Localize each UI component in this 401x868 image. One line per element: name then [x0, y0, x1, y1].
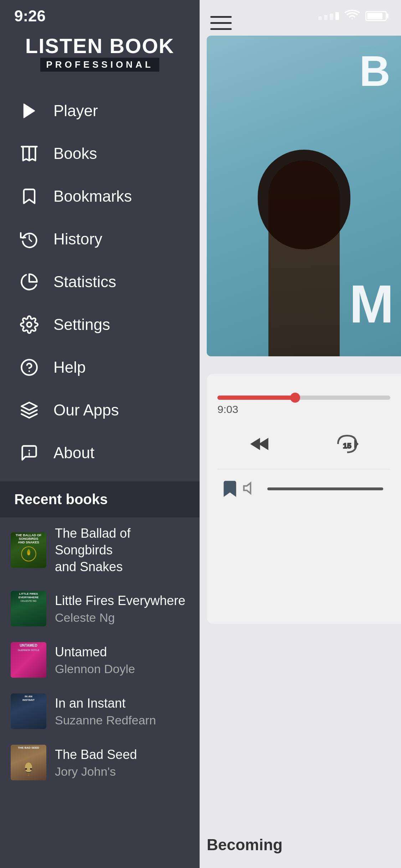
svg-marker-16 [244, 483, 251, 493]
book-icon [18, 142, 41, 165]
book-title-instant: In an Instant [55, 695, 189, 712]
rewind-button[interactable] [246, 430, 275, 458]
sidebar-label-settings: Settings [53, 316, 110, 334]
sidebar-item-about[interactable]: About [0, 432, 200, 474]
svg-point-1 [27, 322, 32, 327]
status-time: 9:26 [14, 7, 46, 25]
sidebar-label-player: Player [53, 102, 98, 120]
pie-chart-icon [18, 270, 41, 293]
book-item-songbirds[interactable]: THE BALLAD OFSONGBIRDSAND SNAKES The Bal… [0, 517, 200, 583]
player-bottom [217, 469, 390, 501]
sidebar-item-books[interactable]: Books [0, 132, 200, 175]
status-bar: 9:26 [0, 0, 401, 32]
sidebar-label-about: About [53, 444, 94, 462]
nav-items: Player Books Bookmarks [0, 86, 200, 478]
player-controls: 15 [217, 430, 390, 458]
book-info-untamed: Untamed Glennon Doyle [55, 644, 189, 676]
progress-time: 9:03 [217, 403, 390, 415]
battery-icon [365, 11, 387, 21]
becoming-title: Becoming [207, 836, 283, 854]
sidebar-label-help: Help [53, 358, 86, 376]
recent-books-header: Recent books [0, 481, 200, 517]
book-item-untamed[interactable]: UNTAMEDGLENNON DOYLE Untamed Glennon Doy… [0, 634, 200, 686]
wifi-icon [345, 9, 360, 24]
book-author-untamed: Glennon Doyle [55, 662, 189, 676]
logo-title: LISTEN BOOK [11, 36, 189, 56]
sidebar-label-statistics: Statistics [53, 273, 116, 291]
book-cover-songbirds: THE BALLAD OFSONGBIRDSAND SNAKES [11, 532, 46, 568]
book-title-untamed: Untamed [55, 644, 189, 661]
book-title-little-fires: Little Fires Everywhere [55, 593, 189, 609]
sidebar-label-our-apps: Our Apps [53, 401, 119, 419]
svg-text:15: 15 [343, 441, 351, 450]
book-cover-little-fires: Little FiresEverywhereCeleste Ng [11, 591, 46, 626]
svg-marker-13 [259, 439, 268, 449]
sidebar-item-our-apps[interactable]: Our Apps [0, 389, 200, 432]
book-cover-area: B M [207, 36, 401, 356]
bookmark-icon [18, 185, 41, 208]
player-area: 9:03 15 [207, 374, 401, 624]
sidebar-item-player[interactable]: Player [0, 89, 200, 132]
svg-point-7 [27, 553, 30, 555]
sidebar-label-history: History [53, 230, 102, 248]
sidebar-item-history[interactable]: History [0, 218, 200, 260]
book-item-little-fires[interactable]: Little FiresEverywhereCeleste Ng Little … [0, 583, 200, 634]
sidebar-item-help[interactable]: Help [0, 346, 200, 389]
play-icon [18, 99, 41, 122]
becoming-m-letter: M [349, 273, 394, 335]
apps-icon [18, 399, 41, 422]
book-cover-instant: IN ANINSTANT [11, 693, 46, 729]
help-icon [18, 356, 41, 379]
book-info-songbirds: The Ballad of Songbirdsand Snakes [55, 525, 189, 575]
sidebar-label-bookmarks: Bookmarks [53, 187, 132, 205]
progress-bar[interactable] [217, 396, 390, 400]
svg-point-11 [30, 768, 32, 770]
svg-point-8 [25, 763, 32, 773]
logo-subtitle: PROFESSIONAL [40, 58, 159, 72]
right-panel: B M 9:03 15 [200, 0, 401, 868]
book-title-songbirds: The Ballad of Songbirdsand Snakes [55, 525, 189, 575]
volume-bar[interactable] [267, 487, 383, 490]
book-author-instant: Suzanne Redfearn [55, 713, 189, 727]
book-cover-untamed: UNTAMEDGLENNON DOYLE [11, 642, 46, 678]
book-cover-bad-seed: THE BAD SEED [11, 745, 46, 780]
becoming-b-letter: B [359, 46, 390, 95]
signal-icon [318, 12, 339, 20]
sidebar-item-settings[interactable]: Settings [0, 303, 200, 346]
sidebar-label-books: Books [53, 145, 97, 162]
book-info-instant: In an Instant Suzanne Redfearn [55, 695, 189, 727]
status-icons [318, 9, 387, 24]
settings-icon [18, 313, 41, 336]
svg-marker-0 [24, 104, 35, 118]
svg-rect-9 [28, 773, 29, 776]
book-info-bad-seed: The Bad Seed Jory John's [55, 746, 189, 779]
recent-books-title: Recent books [14, 491, 108, 507]
info-icon [18, 441, 41, 464]
volume-icon [242, 479, 260, 498]
bookmark-player-button[interactable] [217, 476, 242, 501]
sidebar-item-bookmarks[interactable]: Bookmarks [0, 175, 200, 218]
book-item-bad-seed[interactable]: THE BAD SEED The Bad Seed Jory John's [0, 737, 200, 788]
book-author-little-fires: Celeste Ng [55, 611, 189, 625]
forward-button[interactable]: 15 [333, 430, 361, 458]
progress-thumb [290, 393, 300, 403]
book-item-instant[interactable]: IN ANINSTANT In an Instant Suzanne Redfe… [0, 686, 200, 737]
book-title-bad-seed: The Bad Seed [55, 746, 189, 763]
sidebar-item-statistics[interactable]: Statistics [0, 260, 200, 303]
progress-bar-fill [217, 396, 295, 400]
book-info-little-fires: Little Fires Everywhere Celeste Ng [55, 593, 189, 625]
sidebar: LISTEN BOOK PROFESSIONAL Player Books [0, 0, 200, 868]
svg-point-10 [25, 768, 27, 770]
history-icon [18, 228, 41, 250]
svg-marker-12 [251, 439, 259, 449]
book-author-bad-seed: Jory John's [55, 765, 189, 779]
